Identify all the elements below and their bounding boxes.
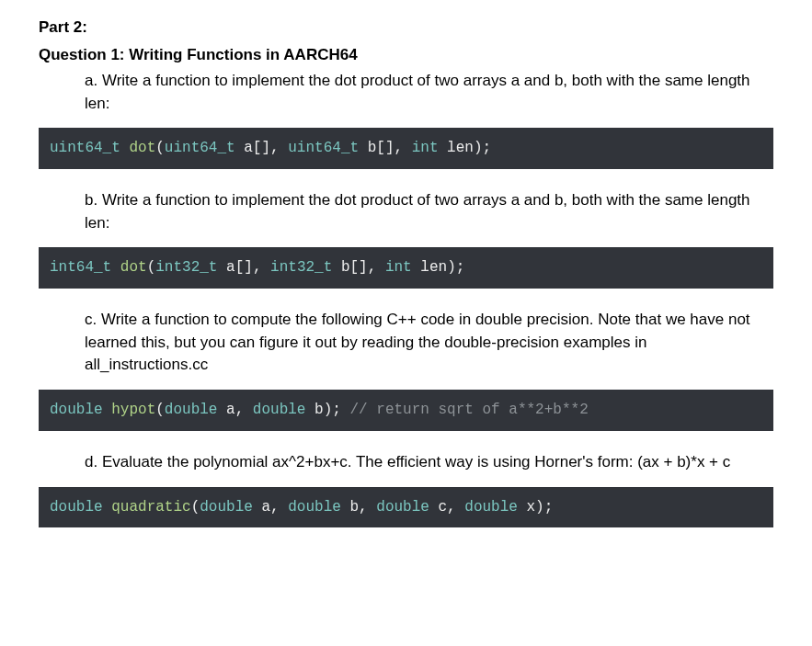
item-c-text: c. Write a function to compute the follo… [85,309,765,377]
code-token: a, [253,499,288,516]
code-token: double [50,499,103,516]
code-token: ( [155,402,165,418]
code-token: ( [155,140,165,156]
code-token: dot [120,259,147,276]
code-token: double [165,402,218,418]
code-block-d: double quadratic(double a, double b, dou… [39,487,773,528]
code-token: len); [412,259,465,276]
code-comment: // return sqrt of a**2+b**2 [349,402,588,418]
code-token: double [288,499,341,516]
question-heading: Question 1: Writing Functions in AARCH64 [39,46,773,64]
code-token: ( [147,259,156,276]
code-token: int64_t [50,259,111,276]
code-token: len); [439,140,492,156]
code-token: b[], [359,140,412,156]
code-token: quadratic [111,499,190,516]
code-block-a: uint64_t dot(uint64_t a[], uint64_t b[],… [39,128,773,169]
code-block-c: double hypot(double a, double b); // ret… [39,390,773,431]
part-heading: Part 2: [39,18,773,37]
item-a-text: a. Write a function to implement the dot… [85,70,765,115]
code-token: int [412,140,439,156]
document-page: Part 2: Question 1: Writing Functions in… [0,0,812,575]
code-token: int32_t [270,259,332,276]
code-token: double [376,499,429,516]
item-b-text: b. Write a function to implement the dot… [85,189,765,234]
code-token: dot [129,140,155,156]
code-token: a, [217,402,252,418]
code-token: hypot [111,402,155,418]
code-block-b: int64_t dot(int32_t a[], int32_t b[], in… [39,247,773,289]
code-token [120,140,130,156]
code-token: a[], [235,140,289,156]
code-token: double [50,402,103,418]
code-token: int32_t [155,259,217,276]
code-token: x); [518,499,553,516]
code-token: b, [341,499,376,516]
code-token: ( [191,499,200,516]
code-token: double [464,499,518,516]
code-token: a[], [217,259,270,276]
code-token [103,402,112,418]
code-token: uint64_t [165,140,235,156]
code-token: double [200,499,253,516]
code-token [111,259,120,276]
code-token: c, [429,499,464,516]
code-token: b); [305,402,349,418]
code-token: int [385,259,412,276]
item-d-text: d. Evaluate the polynomial ax^2+bx+c. Th… [85,451,765,474]
code-token [103,499,112,516]
code-token: b[], [332,259,385,276]
code-token: uint64_t [50,140,120,156]
code-token: uint64_t [288,140,359,156]
code-token: double [253,402,306,418]
